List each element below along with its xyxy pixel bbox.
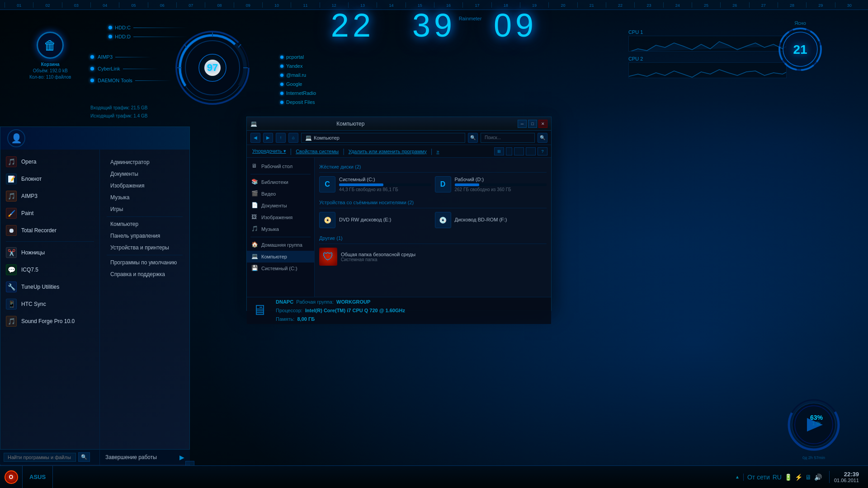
window-body: 🖥 Рабочий стол 📚 Библиотеки 🎬 Видео 📄 До… [247,158,551,297]
disk-item[interactable]: D Рабочий (D:) 262 ГБ свободно из 360 ГБ [435,176,547,192]
menu-item-label: Total Recorder [21,227,57,234]
hard-disks-header: Жёсткие диски (2) [319,162,547,173]
removable-item[interactable]: 💿 Дисковод BD-ROM (F:) [435,212,547,228]
start-menu-item[interactable]: 📝 Блокнот [0,170,99,188]
incoming-traffic: Входящий трафик: 21.5 GB [90,104,147,112]
indicator-item: DAEMON Tools [90,78,171,83]
sidebar-item-label: Компьютер [261,254,287,259]
menu-item-icon: 📱 [6,299,17,310]
history-button[interactable]: ⌂ [288,133,298,143]
start-menu-item[interactable]: 💬 ICQ7.5 [0,261,99,278]
start-menu-item[interactable]: 📱 HTC Sync [0,296,99,313]
start-menu-right-item[interactable]: Устройства и принтеры [107,242,183,253]
start-menu-item[interactable]: 🔧 TuneUp Utilities [0,278,99,296]
start-menu-item[interactable]: ✂️ Ножницы [0,244,99,261]
address-bar[interactable]: 💻 Компьютер [301,133,465,143]
sidebar-nav-item[interactable]: 🏠 Домашняя группа [247,239,314,251]
start-menu-right-item[interactable]: Панель управления [107,230,183,242]
start-menu-right-item[interactable]: Документы [107,168,183,180]
gauge-percent: 63% [810,414,823,421]
taskbar-right: ▲ От сети RU 🔋 ⚡ 🖥 🔊 22:39 01.06.2011 [731,471,868,483]
organize-button[interactable]: Упорядочить ▾ [250,148,288,154]
up-button[interactable]: ↑ [276,133,286,143]
ruler-mark: 07 [176,2,205,8]
weather-value: 21 [793,42,807,57]
right-link-item[interactable]: pcportal [280,54,316,60]
view-list-button[interactable] [514,147,524,155]
sidebar-nav-item[interactable]: 💾 Системный (C:) [247,263,314,274]
other-sub: Системная папка [341,257,415,262]
back-button[interactable]: ◀ [250,133,260,143]
shutdown-button[interactable]: Завершение работы [105,454,157,460]
start-menu-item[interactable]: 🎵 AIMP3 [0,188,99,205]
drive-icon: 💿 [435,212,451,228]
menu-item-label: Sound Forge Pro 10.0 [21,318,75,324]
start-menu-right-item[interactable]: Администратор [107,156,183,168]
window-nav: ◀ ▶ ↑ ⌂ 💻 Компьютер 🔍 Поиск... 🔍 [247,131,551,145]
removable-name: DVD RW дисковод (E:) [339,217,431,222]
view-tiles-button[interactable]: ⊞ [494,147,504,155]
network-status: От сети [747,474,770,481]
close-button[interactable]: ✕ [538,120,547,128]
menu-item-label: Paint [21,210,33,216]
view-dropdown-button[interactable] [506,147,512,155]
uninstall-button[interactable]: Удалить или изменить программу [347,149,429,154]
sidebar-nav-item[interactable]: 🎵 Музыка [247,223,314,235]
ruler-mark: 09 [234,2,262,8]
search-input[interactable] [4,453,76,462]
shutdown-arrow[interactable]: ▶ [179,454,184,461]
minimize-button[interactable]: ─ [518,120,527,128]
start-menu-right-item[interactable]: Программы по умолчанию [107,257,183,268]
menu-item-label: TuneUp Utilities [21,284,59,290]
right-link-item[interactable]: Deposit Files [280,99,316,105]
start-menu-item[interactable]: 🎵 Opera [0,153,99,170]
start-menu-right-item[interactable]: Музыка [107,192,183,203]
start-menu-right-item[interactable]: Игры [107,203,183,215]
start-button[interactable]: O [0,466,23,488]
forward-button[interactable]: ▶ [263,133,273,143]
view-details-button[interactable] [526,147,536,155]
ruler-mark: 29 [806,2,835,8]
search-box[interactable]: Поиск... [481,133,535,143]
help-button[interactable]: ? [538,147,547,155]
recycle-bin[interactable]: 🗑 Корзина Объём: 192.0 kB Кол-во: 110 фа… [29,32,71,80]
start-menu-right-item[interactable]: Компьютер [107,218,183,230]
cpu2-graph [628,62,787,78]
start-menu-item[interactable]: 🎵 Sound Forge Pro 10.0 [0,313,99,330]
start-menu-right-item[interactable]: Справка и поддержка [107,268,183,280]
workgroup-value: WORKGROUP [336,299,370,305]
clock-minute: 39 [412,7,456,43]
more-button[interactable]: » [434,149,441,154]
window-statusbar: 🖥 DNAPC Рабочая группа: WORKGROUP Процес… [247,297,551,324]
start-menu-item[interactable]: 🖌️ Paint [0,205,99,222]
clock-second: 09 [494,7,537,43]
sidebar-item-label: Библиотеки [261,179,288,185]
sidebar-nav-item[interactable]: 📄 Документы [247,200,314,211]
system-properties-button[interactable]: Свойства системы [294,149,340,154]
sidebar-nav-item[interactable]: 🖥 Рабочий стол [247,160,314,172]
search-button[interactable]: 🔍 [78,452,90,462]
sidebar-nav-item[interactable]: 🎬 Видео [247,188,314,200]
menu-item-label: Opera [21,159,36,165]
disk-item[interactable]: C Системный (C:) 44,3 ГБ свободно из 86,… [319,176,431,192]
sidebar-nav-item[interactable]: 🖼 Изображения [247,211,314,223]
other-header: Другие (1) [319,234,547,244]
start-menu: 👤 🎵 Opera 📝 Блокнот 🎵 AIMP3 🖌️ Paint ⏺ T… [0,127,190,465]
sidebar-item-label: Документы [261,203,287,208]
sidebar-nav-item[interactable]: 💻 Компьютер [247,251,314,263]
other-item[interactable]: 🛡 Общая папка безопасной среды Системная… [319,248,547,266]
start-menu-item[interactable]: ⏺ Total Recorder [0,222,99,239]
menu-item-label: ICQ7.5 [21,267,38,273]
maximize-button[interactable]: □ [528,120,537,128]
refresh-button[interactable]: 🔍 [468,133,478,143]
disk-info: Рабочий (D:) 262 ГБ свободно из 360 ГБ [455,177,547,192]
start-menu-right-item[interactable]: Изображения [107,180,183,192]
search-go-button[interactable]: 🔍 [538,133,547,143]
right-link-item[interactable]: @mail.ru [280,72,316,78]
window-controls: ─ □ ✕ [518,120,547,128]
right-link-item[interactable]: Google [280,81,316,87]
right-link-item[interactable]: InternetRadio [280,90,316,96]
sidebar-nav-item[interactable]: 📚 Библиотеки [247,176,314,188]
removable-item[interactable]: 📀 DVD RW дисковод (E:) [319,212,431,228]
right-link-item[interactable]: Yandex [280,63,316,69]
